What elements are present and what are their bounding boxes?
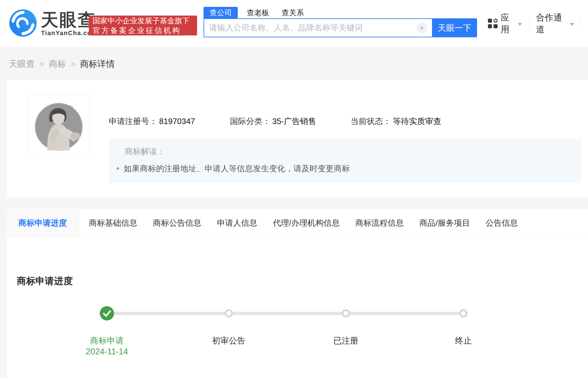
search-tabs: 查公司 查老板 查关系	[204, 7, 307, 18]
chevron-down-icon	[518, 23, 522, 26]
step-label-application: 商标申请	[67, 335, 147, 346]
application-progress-timeline: 商标申请 初审公告 已注册 终止 2024-11-14	[7, 209, 588, 378]
divider	[581, 18, 581, 29]
partner-channel-menu[interactable]: 合作通道	[536, 12, 574, 35]
clear-icon[interactable]: ×	[416, 23, 427, 33]
search-tab-company[interactable]: 查公司	[204, 7, 238, 18]
breadcrumb-separator: >	[39, 60, 44, 69]
badge-line2: 官方备案企业征信机构	[93, 25, 193, 35]
site-header: 天眼查 TianYanCha.com 国家中小企业发展子基金旗下 官方备案企业征…	[0, 0, 588, 47]
interpretation-item: 如果商标的注册地址、申请人等信息发生变化，请及时变更商标	[117, 164, 350, 173]
check-icon	[100, 306, 114, 320]
field-current-status: 当前状态：等待实质审查	[351, 116, 441, 127]
chevron-down-icon	[570, 23, 574, 26]
breadcrumb-current: 商标详情	[80, 58, 115, 70]
step-label-terminated: 终止	[423, 335, 504, 346]
breadcrumb-trademark[interactable]: 商标	[49, 58, 66, 70]
divider	[529, 18, 529, 29]
bullet-dot	[117, 167, 119, 170]
trademark-summary-card: (4) 申请注册号：81970347 国际分类：35-广告销售 当前状态：等待实…	[7, 80, 588, 198]
field-registration-number: 申请注册号：81970347	[109, 116, 195, 127]
field-international-class: 国际分类：35-广告销售	[230, 116, 316, 127]
site-logo[interactable]: 天眼查 TianYanCha.com	[9, 9, 98, 38]
apps-label: 应用	[501, 12, 515, 35]
svg-text:(4): (4)	[68, 104, 73, 109]
step-pending-icon	[342, 309, 350, 318]
partner-label: 合作通道	[536, 12, 567, 35]
interpretation-title: 商标解读：	[125, 146, 165, 157]
timeline-track	[107, 312, 463, 315]
step-pending-icon	[459, 309, 468, 318]
search-tab-boss[interactable]: 查老板	[243, 7, 273, 18]
search-box: × 天眼一下	[204, 18, 477, 37]
search-input[interactable]	[204, 19, 416, 37]
trademark-image[interactable]: (4)	[27, 94, 90, 157]
breadcrumb: 天眼查 > 商标 > 商标详情	[9, 58, 115, 70]
breadcrumb-separator: >	[71, 60, 76, 69]
step-date-application: 2024-11-14	[67, 347, 147, 357]
step-pending-icon	[225, 309, 233, 318]
tianyancha-swirl-icon	[9, 9, 37, 38]
header-right-nav: 应用 合作通道	[488, 0, 588, 47]
certification-badge: 国家中小企业发展子基金旗下 官方备案企业征信机构	[89, 16, 197, 35]
interpretation-text: 如果商标的注册地址、申请人等信息发生变化，请及时变更商标	[124, 164, 350, 173]
apps-grid-icon	[488, 19, 498, 29]
trademark-interpretation-box: 商标解读： 如果商标的注册地址、申请人等信息发生变化，请及时变更商标	[109, 139, 581, 183]
step-label-registered: 已注册	[305, 335, 386, 346]
search-tab-relation[interactable]: 查关系	[278, 7, 307, 18]
breadcrumb-home[interactable]: 天眼查	[9, 58, 35, 70]
detail-tabs-card: 商标申请进度 商标基础信息 商标公告信息 申请人信息 代理/办理机构信息 商标流…	[7, 209, 588, 378]
search-button[interactable]: 天眼一下	[432, 18, 477, 37]
apps-menu[interactable]: 应用	[488, 12, 522, 35]
badge-line1: 国家中小企业发展子基金旗下	[93, 16, 193, 25]
step-done-icon	[100, 306, 114, 320]
step-label-preliminary-gazette: 初审公告	[188, 335, 269, 346]
